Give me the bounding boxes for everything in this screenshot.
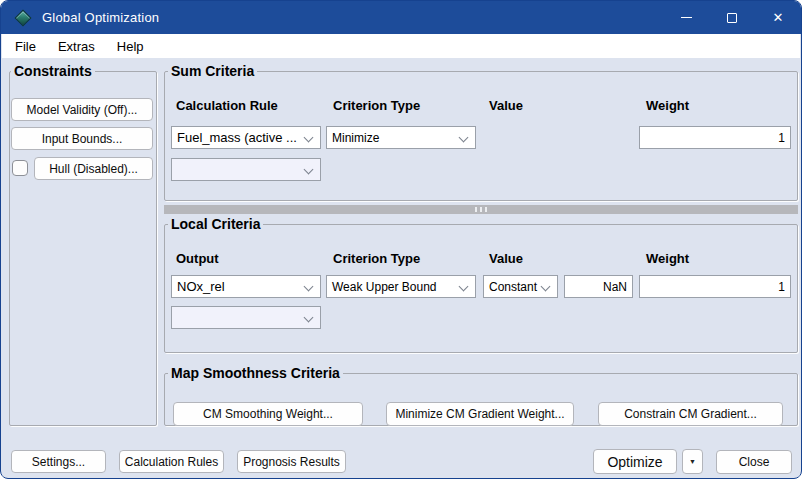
close-dialog-button[interactable]: Close (716, 450, 792, 474)
local-value-header: Value (489, 251, 523, 266)
sum-weight-input[interactable] (639, 126, 791, 149)
dialog-content: Constraints Model Validity (Off)... Inpu… (2, 58, 800, 477)
sum-value-header: Value (489, 98, 523, 113)
local-value-mode-value: Constant (489, 280, 537, 294)
local-output-value: NOx_rel (177, 279, 225, 294)
constrain-cm-gradient-button[interactable]: Constrain CM Gradient... (598, 402, 783, 426)
local-new-output-dropdown[interactable] (171, 306, 321, 329)
chevron-down-icon (304, 133, 314, 143)
sum-criteria-group: Sum Criteria Calculation Rule Criterion … (164, 64, 798, 201)
optimize-button[interactable]: Optimize (593, 449, 677, 474)
chevron-down-icon (304, 282, 314, 292)
sum-criterion-type-header: Criterion Type (333, 98, 420, 113)
app-icon (14, 9, 32, 27)
chevron-down-icon (459, 282, 469, 292)
input-bounds-button[interactable]: Input Bounds... (11, 127, 153, 150)
sum-calculation-rule-value: Fuel_mass (active ... (177, 130, 297, 145)
constraints-group-title: Constraints (11, 64, 95, 78)
sum-calculation-rule-header: Calculation Rule (176, 98, 278, 113)
maximize-button[interactable] (709, 1, 755, 34)
chevron-down-icon (459, 133, 469, 143)
sum-calculation-rule-dropdown[interactable]: Fuel_mass (active ... (171, 126, 321, 149)
chevron-down-icon (304, 165, 314, 175)
cm-smoothing-weight-button[interactable]: CM Smoothing Weight... (173, 402, 363, 426)
sum-criterion-type-dropdown[interactable]: Minimize (326, 126, 476, 149)
local-output-header: Output (176, 251, 219, 266)
local-output-dropdown[interactable]: NOx_rel (171, 275, 321, 298)
model-validity-button[interactable]: Model Validity (Off)... (11, 98, 153, 121)
sum-criteria-group-title: Sum Criteria (168, 64, 257, 78)
hull-button[interactable]: Hull (Disabled)... (34, 157, 153, 180)
chevron-down-icon (541, 282, 551, 292)
local-criterion-type-dropdown[interactable]: Weak Upper Bound (326, 275, 476, 298)
window-title: Global Optimization (42, 10, 159, 25)
sum-weight-header: Weight (646, 98, 689, 113)
prognosis-results-button[interactable]: Prognosis Results (237, 450, 346, 473)
local-value-input[interactable] (564, 275, 633, 298)
close-button[interactable]: ✕ (755, 1, 801, 34)
local-weight-header: Weight (646, 251, 689, 266)
local-criterion-type-value: Weak Upper Bound (332, 280, 437, 294)
title-bar: Global Optimization ✕ (1, 1, 801, 34)
minimize-button[interactable] (663, 1, 709, 34)
local-criteria-group-title: Local Criteria (168, 217, 263, 231)
minimize-icon (681, 17, 692, 18)
dropdown-arrow-icon: ▼ (689, 458, 696, 465)
settings-button[interactable]: Settings... (11, 450, 106, 473)
menu-bar: File Extras Help (2, 34, 800, 58)
constraints-group: Constraints Model Validity (Off)... Inpu… (9, 64, 157, 426)
hull-checkbox[interactable] (12, 160, 28, 176)
local-criteria-group: Local Criteria Output Criterion Type Val… (164, 217, 798, 353)
global-optimization-window: Global Optimization ✕ File Extras Help C… (0, 0, 802, 479)
local-value-mode-dropdown[interactable]: Constant (483, 275, 558, 298)
menu-help[interactable]: Help (106, 34, 155, 58)
minimize-cm-gradient-weight-button[interactable]: Minimize CM Gradient Weight... (386, 402, 574, 426)
calculation-rules-button[interactable]: Calculation Rules (119, 450, 224, 473)
menu-file[interactable]: File (4, 34, 47, 58)
horizontal-splitter[interactable] (164, 205, 798, 214)
map-smoothness-group: Map Smoothness Criteria CM Smoothing Wei… (164, 366, 798, 426)
menu-extras[interactable]: Extras (47, 34, 106, 58)
chevron-down-icon (304, 313, 314, 323)
sum-criterion-type-value: Minimize (332, 131, 379, 145)
map-smoothness-group-title: Map Smoothness Criteria (168, 366, 343, 380)
optimize-dropdown-button[interactable]: ▼ (682, 449, 703, 474)
local-criterion-type-header: Criterion Type (333, 251, 420, 266)
maximize-icon (727, 13, 737, 23)
local-weight-input[interactable] (639, 275, 791, 298)
close-icon: ✕ (773, 11, 784, 24)
sum-new-rule-dropdown[interactable] (171, 158, 321, 181)
